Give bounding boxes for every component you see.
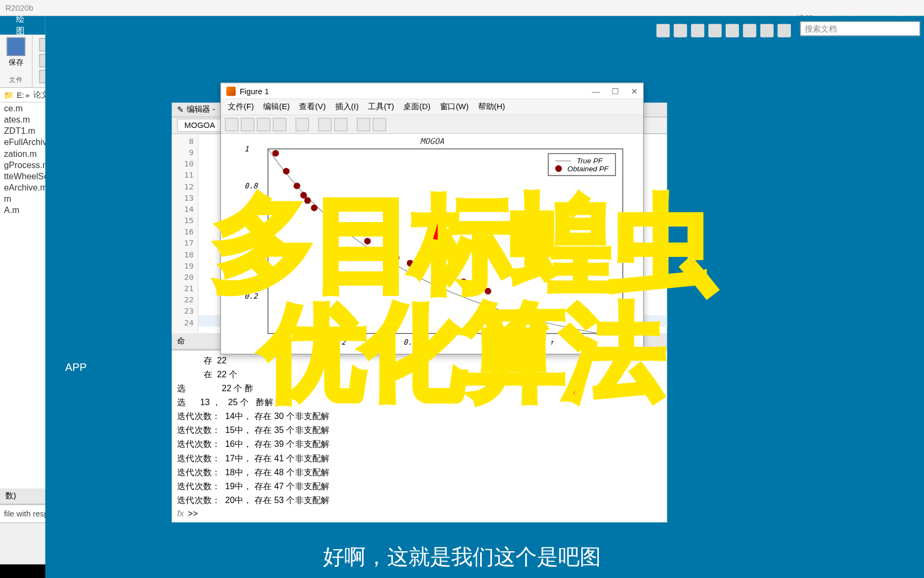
command-prompt[interactable]: >> <box>188 508 198 519</box>
insert-colorbar-icon[interactable] <box>318 118 332 131</box>
insert-legend-icon[interactable] <box>334 118 348 131</box>
line-number: 11 <box>172 171 198 182</box>
line-number: 14 <box>172 204 198 216</box>
figure-menu-item[interactable]: 帮助(H) <box>478 101 505 112</box>
line-number: 9 <box>172 148 198 159</box>
command-window[interactable]: 存 22 在 22 个选 22 个 酢选 13 ， 25 个 酢解迭代次数： 1… <box>172 350 667 522</box>
app-title: R2020b <box>5 3 33 12</box>
pencil-icon: ✎ <box>177 105 183 114</box>
line-number: 22 <box>172 295 198 307</box>
figure-menu-item[interactable]: 插入(I) <box>335 101 359 112</box>
figure-menubar: 文件(F)编辑(E)查看(V)插入(I)工具(T)桌面(D)窗口(W)帮助(H) <box>221 100 643 116</box>
ytick: 0.8 <box>244 181 258 190</box>
ytick: 0.6 <box>244 218 258 227</box>
save-icon[interactable] <box>257 118 271 131</box>
figure-title: Figure 1 <box>240 86 269 95</box>
figure-titlebar[interactable]: Figure 1 — ☐ ✕ <box>221 83 643 100</box>
figure-window[interactable]: Figure 1 — ☐ ✕ 文件(F)编辑(E)查看(V)插入(I)工具(T)… <box>220 82 644 354</box>
command-output: 迭代次数： 20中， 存在 53 个非支配解 <box>177 493 661 507</box>
quick-access-toolbar <box>657 24 791 37</box>
plot-title: MOGOA <box>221 134 643 146</box>
data-point <box>460 278 466 285</box>
minimize-button[interactable]: — <box>592 86 600 95</box>
matlab-icon <box>226 86 235 95</box>
command-output: 迭代次数： 14中， 存在 30 个非支配解 <box>177 409 661 423</box>
figure-menu-item[interactable]: 查看(V) <box>299 101 326 112</box>
xtick: 0.2 <box>333 338 346 346</box>
line-number: 16 <box>172 227 198 239</box>
figure-menu-item[interactable]: 桌面(D) <box>403 101 430 112</box>
close-button[interactable]: ✕ <box>631 86 637 95</box>
figure-menu-item[interactable]: 编辑(E) <box>263 101 290 112</box>
folder-icon: 📁 <box>4 90 14 100</box>
command-output: 存 22 <box>177 353 661 367</box>
window-titlebar: R2020b <box>0 0 924 16</box>
line-number: 17 <box>172 239 198 250</box>
group-file: 文件 <box>6 74 25 85</box>
line-number: 15 <box>172 216 198 227</box>
command-output: 选 22 个 酢 <box>177 381 661 395</box>
line-number: 20 <box>172 272 198 284</box>
plot-axes[interactable]: True PF Obtained PF 10.80.60.40.20.20.4↑ <box>267 149 623 334</box>
line-number: 19 <box>172 261 198 272</box>
line-number: 8 <box>172 136 198 148</box>
line-number: 12 <box>172 182 198 193</box>
link-icon[interactable] <box>296 118 309 131</box>
data-point <box>406 260 413 267</box>
data-point <box>364 238 371 244</box>
figure-axes-area: MOGOA True PF Obtained PF 10.80.60.40.20… <box>221 134 643 354</box>
tab-plot[interactable]: 绘图 <box>0 16 45 35</box>
data-point <box>272 150 279 156</box>
data-point <box>392 254 399 261</box>
windows-icon[interactable] <box>760 24 774 37</box>
open-icon[interactable] <box>241 118 255 131</box>
editor-gutter: 89101112131415161718192021222324 <box>172 134 198 334</box>
help-icon[interactable] <box>777 24 791 37</box>
data-point <box>283 168 289 174</box>
data-point <box>484 287 491 294</box>
command-output: 在 22 个 <box>177 367 661 381</box>
data-point <box>311 205 318 211</box>
save-button[interactable]: 保存 <box>9 57 23 67</box>
line-number: 10 <box>172 159 198 171</box>
ytick: 0.2 <box>244 292 258 301</box>
new-icon[interactable] <box>225 118 238 131</box>
video-subtitle: 好啊，这就是我们这个是吧图 <box>0 536 924 578</box>
line-number: 23 <box>172 307 198 318</box>
line-number: 21 <box>172 284 198 295</box>
editor-tab-mogoa[interactable]: MOGOA <box>177 119 222 132</box>
cut-icon[interactable] <box>674 24 687 37</box>
figure-menu-item[interactable]: 窗口(W) <box>440 101 469 112</box>
paste-icon[interactable] <box>709 24 722 37</box>
pointer-icon[interactable] <box>357 118 370 131</box>
figure-menu-item[interactable]: 文件(F) <box>228 101 254 112</box>
redo-icon[interactable] <box>743 24 756 37</box>
undo-icon[interactable] <box>726 24 739 37</box>
line-number: 18 <box>172 250 198 261</box>
line-number: 24 <box>172 318 198 329</box>
command-output: 迭代次数： 19中， 存在 47 个非支配解 <box>177 479 661 493</box>
command-output: 迭代次数： 18中， 存在 48 个非支配解 <box>177 465 661 479</box>
ytick: 0.4 <box>244 255 258 264</box>
data-point <box>293 182 299 189</box>
print-icon[interactable] <box>273 118 286 131</box>
figure-menu-item[interactable]: 工具(T) <box>368 101 394 112</box>
data-point <box>304 197 310 204</box>
command-output: 迭代次数： 15中， 存在 35 个非支配解 <box>177 423 661 437</box>
plot-tools-icon[interactable] <box>373 118 386 131</box>
xtick: ↑ <box>549 338 553 346</box>
bc-0[interactable]: E: <box>17 90 30 100</box>
figure-toolbar <box>221 115 643 134</box>
command-output: 迭代次数： 17中， 存在 41 个非支配解 <box>177 451 661 465</box>
command-output: 迭代次数： 16中， 存在 39 个非支配解 <box>177 437 661 451</box>
save-icon[interactable] <box>657 24 670 37</box>
fx-prompt-icon: fx <box>177 508 184 519</box>
line-number: 13 <box>172 193 198 204</box>
maximize-button[interactable]: ☐ <box>612 86 619 95</box>
command-output: 选 13 ， 25 个 酢解 <box>177 395 661 409</box>
save-icon[interactable] <box>6 37 25 56</box>
xtick: 0.4 <box>403 338 417 346</box>
ytick: 1 <box>244 145 249 154</box>
search-docs-input[interactable]: 搜索文档 <box>800 21 920 36</box>
copy-icon[interactable] <box>691 24 704 37</box>
